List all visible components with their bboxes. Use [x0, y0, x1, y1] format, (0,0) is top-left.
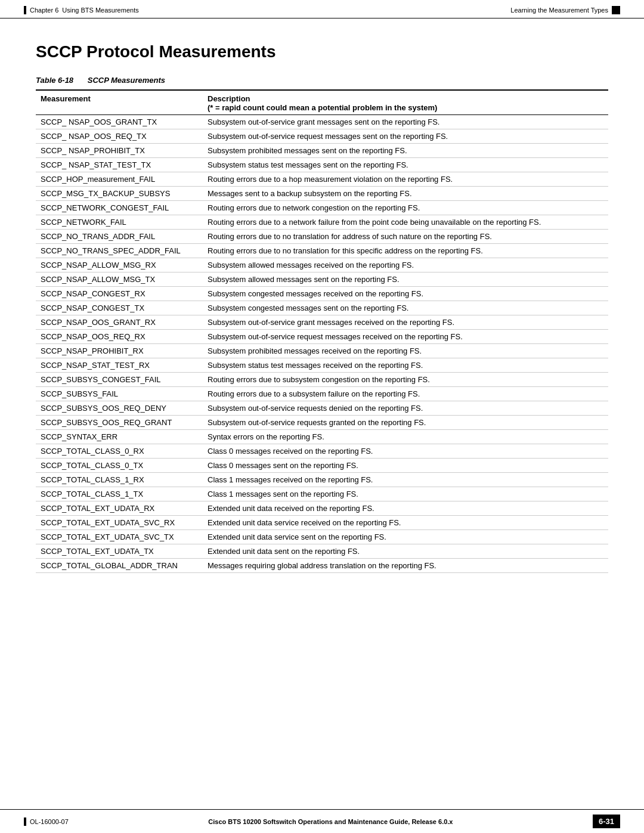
measurement-cell: SCCP_SUBSYS_OOS_REQ_GRANT	[36, 416, 203, 430]
measurement-cell: SCCP_TOTAL_EXT_UDATA_SVC_RX	[36, 516, 203, 530]
col-measurement-header: Measurement	[36, 90, 203, 115]
description-cell: Routing errors due to a subsystem failur…	[203, 387, 608, 401]
footer-bar-icon	[24, 817, 26, 826]
measurement-cell: SCCP_NETWORK_FAIL	[36, 215, 203, 230]
measurement-cell: SCCP_TOTAL_EXT_UDATA_SVC_TX	[36, 530, 203, 544]
measurement-cell: SCCP_NSAP_CONGEST_RX	[36, 287, 203, 301]
measurement-cell: SCCP_NO_TRANS_SPEC_ADDR_FAIL	[36, 244, 203, 258]
header-bar-icon	[24, 6, 26, 14]
table-row: SCCP_SUBSYS_OOS_REQ_DENYSubsystem out-of…	[36, 401, 608, 416]
measurement-cell: SCCP_NSAP_PROHIBIT_RX	[36, 344, 203, 358]
description-cell: Extended unit data sent on the reporting…	[203, 544, 608, 559]
page-footer: OL-16000-07 Cisco BTS 10200 Softswitch O…	[0, 809, 644, 833]
table-row: SCCP_ NSAP_STAT_TEST_TXSubsystem status …	[36, 158, 608, 172]
measurement-cell: SCCP_TOTAL_EXT_UDATA_RX	[36, 501, 203, 516]
table-title: SCCP Measurements	[88, 76, 165, 85]
measurement-cell: SCCP_SUBSYS_OOS_REQ_DENY	[36, 401, 203, 416]
description-cell: Subsystem prohibited messages received o…	[203, 344, 608, 358]
table-row: SCCP_TOTAL_CLASS_0_RXClass 0 messages re…	[36, 444, 608, 459]
description-cell: Class 1 messages received on the reporti…	[203, 473, 608, 487]
description-cell: Routing errors due to a hop measurement …	[203, 172, 608, 187]
measurement-cell: SCCP_SYNTAX_ERR	[36, 430, 203, 444]
measurement-cell: SCCP_NSAP_CONGEST_TX	[36, 301, 203, 315]
description-cell: Subsystem congested messages sent on the…	[203, 301, 608, 315]
footer-center-text: Cisco BTS 10200 Softswitch Operations an…	[208, 818, 453, 825]
table-row: SCCP_TOTAL_EXT_UDATA_TXExtended unit dat…	[36, 544, 608, 559]
measurement-cell: SCCP_NSAP_ALLOW_MSG_RX	[36, 258, 203, 272]
header-left: Chapter 6 Using BTS Measurements	[24, 6, 139, 14]
measurement-cell: SCCP_NSAP_OOS_REQ_RX	[36, 330, 203, 344]
measurement-cell: SCCP_NO_TRANS_ADDR_FAIL	[36, 230, 203, 244]
description-cell: Class 1 messages sent on the reporting F…	[203, 487, 608, 501]
measurement-cell: SCCP_MSG_TX_BACKUP_SUBSYS	[36, 187, 203, 201]
footer-left: OL-16000-07	[24, 817, 69, 826]
table-row: SCCP_SUBSYS_OOS_REQ_GRANTSubsystem out-o…	[36, 416, 608, 430]
measurement-cell: SCCP_TOTAL_CLASS_0_TX	[36, 459, 203, 473]
col-description-header-line1: Description	[208, 94, 603, 103]
chapter-label: Chapter 6	[30, 7, 58, 14]
description-cell: Subsystem prohibited messages sent on th…	[203, 144, 608, 158]
table-row: SCCP_ NSAP_OOS_GRANT_TXSubsystem out-of-…	[36, 115, 608, 129]
chapter-subtitle: Using BTS Measurements	[62, 7, 138, 14]
description-cell: Subsystem out-of-service grant messages …	[203, 115, 608, 129]
table-row: SCCP_TOTAL_EXT_UDATA_SVC_RXExtended unit…	[36, 516, 608, 530]
table-row: SCCP_NSAP_OOS_REQ_RXSubsystem out-of-ser…	[36, 330, 608, 344]
measurement-cell: SCCP_ NSAP_OOS_GRANT_TX	[36, 115, 203, 129]
table-row: SCCP_NO_TRANS_SPEC_ADDR_FAILRouting erro…	[36, 244, 608, 258]
measurement-cell: SCCP_ NSAP_PROHIBIT_TX	[36, 144, 203, 158]
table-row: SCCP_NSAP_STAT_TEST_RXSubsystem status t…	[36, 358, 608, 373]
table-row: SCCP_ NSAP_OOS_REQ_TXSubsystem out-of-se…	[36, 129, 608, 144]
table-row: SCCP_NSAP_OOS_GRANT_RXSubsystem out-of-s…	[36, 315, 608, 330]
table-row: SCCP_NETWORK_FAILRouting errors due to a…	[36, 215, 608, 230]
description-cell: Subsystem allowed messages received on t…	[203, 258, 608, 272]
table-row: SCCP_TOTAL_GLOBAL_ADDR_TRANMessages requ…	[36, 559, 608, 573]
table-row: SCCP_ NSAP_PROHIBIT_TXSubsystem prohibit…	[36, 144, 608, 158]
measurement-cell: SCCP_NSAP_STAT_TEST_RX	[36, 358, 203, 373]
measurement-cell: SCCP_SUBSYS_CONGEST_FAIL	[36, 373, 203, 387]
header-right-bar-icon	[612, 6, 620, 14]
description-cell: Class 0 messages received on the reporti…	[203, 444, 608, 459]
description-cell: Subsystem out-of-service requests denied…	[203, 401, 608, 416]
table-row: SCCP_NSAP_ALLOW_MSG_RXSubsystem allowed …	[36, 258, 608, 272]
description-cell: Class 0 messages sent on the reporting F…	[203, 459, 608, 473]
measurement-cell: SCCP_NSAP_ALLOW_MSG_TX	[36, 272, 203, 287]
table-row: SCCP_NO_TRANS_ADDR_FAILRouting errors du…	[36, 230, 608, 244]
measurement-cell: SCCP_SUBSYS_FAIL	[36, 387, 203, 401]
main-content: SCCP Protocol Measurements Table 6-18 SC…	[0, 18, 644, 609]
header-right-label: Learning the Measurement Types	[510, 7, 608, 14]
measurement-cell: SCCP_TOTAL_CLASS_1_TX	[36, 487, 203, 501]
measurement-cell: SCCP_TOTAL_GLOBAL_ADDR_TRAN	[36, 559, 203, 573]
description-cell: Routing errors due to subsystem congesti…	[203, 373, 608, 387]
table-row: SCCP_TOTAL_EXT_UDATA_SVC_TXExtended unit…	[36, 530, 608, 544]
description-cell: Extended unit data service sent on the r…	[203, 530, 608, 544]
description-cell: Messages requiring global address transl…	[203, 559, 608, 573]
table-row: SCCP_SUBSYS_CONGEST_FAILRouting errors d…	[36, 373, 608, 387]
description-cell: Subsystem out-of-service requests grante…	[203, 416, 608, 430]
description-cell: Routing errors due to no translation for…	[203, 230, 608, 244]
description-cell: Subsystem status test messages sent on t…	[203, 158, 608, 172]
table-row: SCCP_SYNTAX_ERRSyntax errors on the repo…	[36, 430, 608, 444]
measurement-cell: SCCP_TOTAL_CLASS_1_RX	[36, 473, 203, 487]
description-cell: Subsystem out-of-service request message…	[203, 129, 608, 144]
description-cell: Syntax errors on the reporting FS.	[203, 430, 608, 444]
footer-page-num: 6-31	[593, 815, 620, 828]
table-row: SCCP_NSAP_PROHIBIT_RXSubsystem prohibite…	[36, 344, 608, 358]
measurement-cell: SCCP_NETWORK_CONGEST_FAIL	[36, 201, 203, 215]
measurement-cell: SCCP_NSAP_OOS_GRANT_RX	[36, 315, 203, 330]
measurements-table: Measurement Description (* = rapid count…	[36, 89, 608, 573]
description-cell: Subsystem out-of-service grant messages …	[203, 315, 608, 330]
table-row: SCCP_NSAP_ALLOW_MSG_TXSubsystem allowed …	[36, 272, 608, 287]
table-row: SCCP_TOTAL_CLASS_0_TXClass 0 messages se…	[36, 459, 608, 473]
description-cell: Subsystem out-of-service request message…	[203, 330, 608, 344]
description-cell: Routing errors due to no translation for…	[203, 244, 608, 258]
measurement-cell: SCCP_ NSAP_OOS_REQ_TX	[36, 129, 203, 144]
col-description-header: Description (* = rapid count could mean …	[203, 90, 608, 115]
table-row: SCCP_NSAP_CONGEST_RXSubsystem congested …	[36, 287, 608, 301]
table-row: SCCP_NSAP_CONGEST_TXSubsystem congested …	[36, 301, 608, 315]
table-row: SCCP_TOTAL_CLASS_1_TXClass 1 messages se…	[36, 487, 608, 501]
description-cell: Subsystem congested messages received on…	[203, 287, 608, 301]
description-cell: Extended unit data service received on t…	[203, 516, 608, 530]
table-row: SCCP_MSG_TX_BACKUP_SUBSYSMessages sent t…	[36, 187, 608, 201]
description-cell: Subsystem status test messages received …	[203, 358, 608, 373]
description-cell: Messages sent to a backup subsystem on t…	[203, 187, 608, 201]
